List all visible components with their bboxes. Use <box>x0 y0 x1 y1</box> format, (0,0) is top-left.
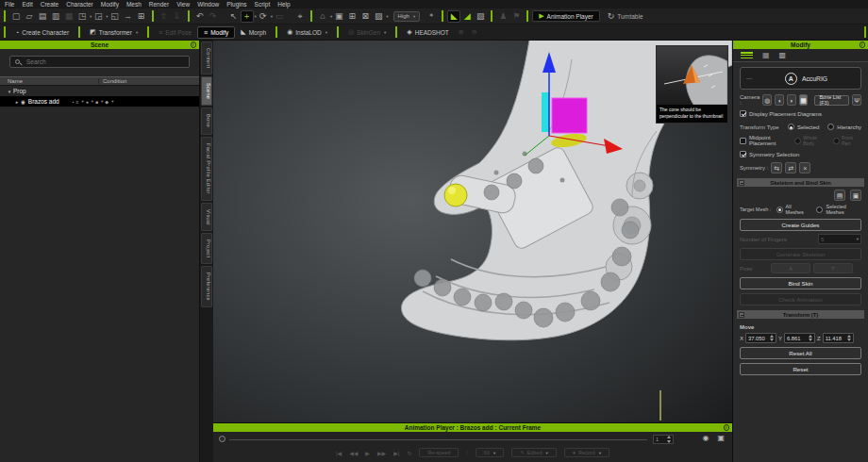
pose-a-button[interactable]: A <box>771 263 810 273</box>
menu-item-edit[interactable]: Edit <box>22 1 32 8</box>
collapse-dash-icon[interactable]: — <box>746 75 752 81</box>
focus-tool-icon[interactable]: ⌖ <box>293 9 307 23</box>
accurig-bar[interactable]: — A AccuRIG <box>740 67 861 90</box>
flag-icon[interactable]: ⚑ <box>509 9 523 23</box>
check-animation-button[interactable]: Check Animation <box>740 293 861 305</box>
generate-skeleton-button[interactable]: Generate Skeleton <box>740 248 861 260</box>
scale-tool-icon[interactable]: ▭ <box>273 9 286 23</box>
mirror-z-icon[interactable]: ⇄ <box>785 162 796 173</box>
info-icon[interactable] <box>191 41 197 48</box>
display-placement-row[interactable]: Display Placement Diagrams <box>733 108 868 119</box>
turntable-button[interactable]: ↻ Turntable <box>608 9 643 23</box>
condition-icon-5[interactable]: ◆ <box>105 99 108 105</box>
upload-icon[interactable]: ⇧ <box>158 9 171 23</box>
export-obj-icon[interactable]: ◳ <box>75 9 89 23</box>
embed-media-icon[interactable]: ⊞ <box>135 9 148 23</box>
wireframe-icon[interactable]: ▨ <box>372 9 385 23</box>
attribute-list-icon[interactable] <box>741 51 753 59</box>
render-video-icon[interactable]: ◉ <box>702 434 709 442</box>
visibility-eye-icon[interactable]: ◉ <box>21 99 25 105</box>
condition-icon-3[interactable]: ● <box>86 99 89 105</box>
menu-item-help[interactable]: Help <box>277 1 290 8</box>
transform-type-hierarchy-radio[interactable] <box>827 124 834 130</box>
export-image-icon[interactable]: ◱ <box>108 9 122 23</box>
item-arrow-icon[interactable]: ▸ <box>13 99 21 105</box>
preview-render-icon[interactable]: ▧ <box>474 9 487 23</box>
frame-number-field[interactable]: 1 <box>653 435 674 444</box>
whole-body-radio[interactable] <box>794 138 801 144</box>
snapshot-icon[interactable]: ▣ <box>717 434 725 442</box>
move-x-field[interactable]: 37.050 <box>745 333 776 343</box>
edit-pose-button[interactable]: ≡ Edit Pose <box>153 26 197 39</box>
move-y-field[interactable]: 6.861 <box>784 333 815 343</box>
menu-item-create[interactable]: Create <box>41 1 59 8</box>
selected-guide-sphere[interactable] <box>444 184 467 206</box>
save-project-icon[interactable]: ▤ <box>36 9 49 23</box>
edit-motion-button[interactable]: ✎ Edited <box>511 448 556 457</box>
create-guides-button[interactable]: Create Guides <box>740 219 861 231</box>
menu-item-mesh[interactable]: Mesh <box>126 1 142 8</box>
menu-item-script[interactable]: Script <box>255 1 271 8</box>
reset-all-button[interactable]: Reset All <box>740 347 861 359</box>
display-placement-checkbox[interactable] <box>740 110 746 117</box>
new-project-icon[interactable]: ▢ <box>9 9 23 23</box>
front-part-radio[interactable] <box>833 138 840 144</box>
reset-button[interactable]: Reset <box>740 363 861 375</box>
quality-dropdown[interactable]: High <box>393 11 421 22</box>
download-icon[interactable]: ⇩ <box>171 9 184 23</box>
save-guides-icon[interactable]: ▤ <box>834 190 845 201</box>
camera-custom-icon[interactable]: ▦ <box>799 94 809 106</box>
effects-icon[interactable]: ＊ <box>425 9 438 23</box>
tab-project[interactable]: Project <box>201 233 212 264</box>
condition-icon-1[interactable]: ▪ <box>73 99 75 105</box>
modify-mode-button[interactable]: ≡ Modify <box>197 26 235 39</box>
tab-scene[interactable]: Scene <box>201 76 212 106</box>
collapse-box-icon[interactable] <box>739 180 744 186</box>
save-as-icon[interactable]: ▥ <box>49 9 62 23</box>
menu-item-modify[interactable]: Modify <box>101 1 119 8</box>
menu-item-render[interactable]: Render <box>149 1 169 8</box>
move-tool-icon[interactable]: ＋ <box>241 10 254 23</box>
column-name[interactable]: Name <box>0 78 99 84</box>
tab-visual[interactable]: Visual <box>201 203 212 232</box>
expand-arrow-icon[interactable]: ▾ <box>6 89 13 94</box>
mirror-x-icon[interactable]: ⇆ <box>771 162 782 173</box>
collapse-box-icon[interactable] <box>739 312 744 318</box>
pack-project-icon[interactable]: ▦ <box>62 9 75 23</box>
open-project-icon[interactable]: ▱ <box>23 9 36 23</box>
camera-view-icon[interactable]: ▣ <box>332 9 345 23</box>
pose-t-button[interactable]: T <box>813 263 853 273</box>
export-fbx-icon[interactable]: ◲ <box>92 9 105 23</box>
material-grid-icon[interactable]: ▦ <box>762 51 770 59</box>
morph-button[interactable]: ◣ Morph <box>235 26 272 39</box>
tab-bone[interactable]: Bone <box>201 107 212 134</box>
tree-row-prop[interactable]: ▾ Prop <box>0 86 199 96</box>
bone-list-button[interactable]: Bone List (F3) <box>814 95 849 106</box>
viewport-3d[interactable]: The cone should be perpendicular to the … <box>213 41 732 422</box>
z-spinner[interactable] <box>847 335 851 342</box>
camera-right-hand-icon[interactable]: ◗ <box>787 94 796 106</box>
send-to-icon[interactable]: → <box>122 9 135 23</box>
menu-item-window[interactable]: Window <box>197 1 219 8</box>
info-icon[interactable] <box>860 41 866 48</box>
play-button[interactable]: ▶ <box>365 450 370 456</box>
menu-item-view[interactable]: View <box>176 1 190 8</box>
menu-item-character[interactable]: Character <box>66 1 93 8</box>
transform-section-header[interactable]: Transform (T) <box>737 310 864 319</box>
redo-icon[interactable]: ↷ <box>207 9 220 23</box>
tree-row-brazos-add[interactable]: ▸ ◉ Brazos add ▪ ≡ ● ■ ◆ <box>0 96 199 107</box>
tab-facial-profile-editor[interactable]: Facial Profile Editor <box>201 137 212 201</box>
menu-item-plugins[interactable]: Plugins <box>226 1 246 8</box>
loop-toggle-icon[interactable]: ↻ <box>407 450 411 456</box>
show-normals-icon[interactable]: ◢ <box>460 9 474 23</box>
show-mesh-icon[interactable]: ◣ <box>447 10 460 23</box>
symmetry-off-icon[interactable]: × <box>799 162 810 173</box>
zoom-out-icon[interactable]: ⊖ <box>468 25 481 39</box>
scene-search-box[interactable] <box>9 56 190 68</box>
record-button[interactable]: ● Record <box>564 448 609 457</box>
gizmo-plane-yz[interactable] <box>542 92 549 132</box>
go-to-start-button[interactable]: |◀ <box>336 450 342 456</box>
frame-spinner[interactable] <box>667 436 671 443</box>
zoom-in-icon[interactable]: ⊕ <box>455 25 468 39</box>
timeline-scrubber-handle[interactable] <box>219 436 225 442</box>
